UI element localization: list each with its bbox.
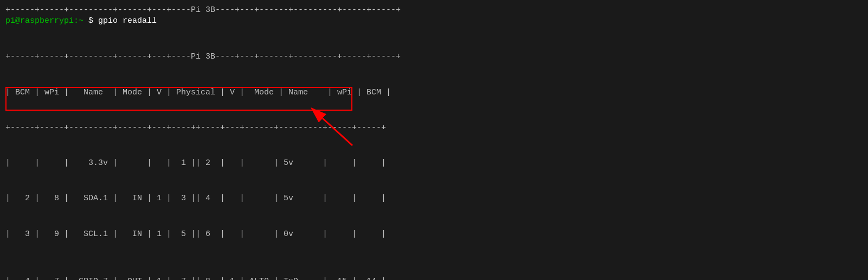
header-row: | BCM | wPi | Name | Mode | V | Physical… bbox=[5, 87, 863, 99]
data-row-4-highlighted: | 4 | 7 | GPIO.7 | OUT | 1 | 7 || 8 | 1 … bbox=[5, 276, 863, 281]
top-partial-line: +-----+-----+---------+------+---+----Pi… bbox=[5, 4, 863, 16]
table-area: +-----+-----+---------+------+---+----Pi… bbox=[5, 28, 863, 280]
data-row-3: | 3 | 9 | SCL.1 | IN | 1 | 5 || 6 | | | … bbox=[5, 228, 863, 240]
prompt-line: pi@raspberrypi:~ $ gpio readall bbox=[5, 16, 863, 26]
data-row-1: | | | 3.3v | | | 1 || 2 | | | 5v | | | bbox=[5, 157, 863, 169]
terminal-window: +-----+-----+---------+------+---+----Pi… bbox=[5, 4, 863, 280]
prompt-command: gpio readall bbox=[98, 16, 157, 26]
sub-separator: +-----+-----+---------+------+---+----++… bbox=[5, 122, 863, 134]
data-row-2: | 2 | 8 | SDA.1 | IN | 1 | 3 || 4 | | | … bbox=[5, 193, 863, 205]
prompt-user: pi@raspberrypi:~ bbox=[5, 16, 88, 26]
prompt-dollar: $ bbox=[88, 16, 98, 26]
top-separator: +-----+-----+---------+------+---+----Pi… bbox=[5, 51, 863, 63]
